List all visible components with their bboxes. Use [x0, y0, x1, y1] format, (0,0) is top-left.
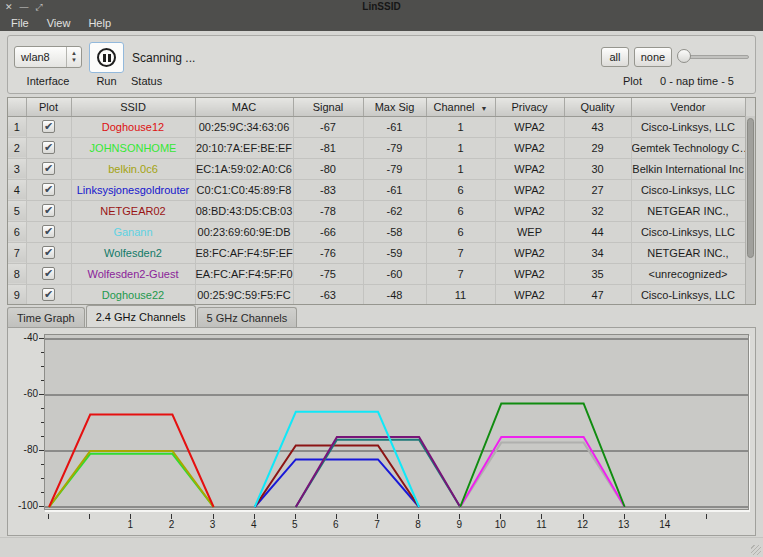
menu-item-file[interactable]: File — [2, 16, 38, 30]
table-row: 1✔Doghouse1200:25:9C:34:63:06-67-611WPA2… — [8, 116, 745, 137]
plot-checkbox[interactable]: ✔ — [42, 120, 55, 133]
plot-checkbox[interactable]: ✔ — [42, 162, 55, 175]
max-sig-cell: -62 — [363, 200, 426, 221]
run-button[interactable] — [89, 42, 124, 73]
max-sig-cell: -60 — [363, 263, 426, 284]
nap-time-slider-track[interactable] — [681, 55, 749, 59]
plot-checkbox-cell: ✔ — [26, 221, 71, 242]
x-axis-label: 3 — [202, 519, 224, 530]
x-axis-label: 14 — [654, 519, 676, 530]
series-netgear02 — [255, 445, 419, 507]
channel-cell: 1 — [426, 137, 495, 158]
row-number: 5 — [8, 200, 26, 221]
row-number: 7 — [8, 242, 26, 263]
y-axis-tick — [39, 450, 44, 451]
sort-descending-icon: ▼ — [481, 105, 488, 112]
signal-cell: -76 — [293, 242, 363, 263]
x-axis-label: 5 — [284, 519, 306, 530]
x-axis-label: 10 — [489, 519, 511, 530]
quality-cell: 47 — [564, 284, 631, 305]
y-axis-minor-tick — [41, 408, 44, 409]
plot-checkbox-cell: ✔ — [26, 200, 71, 221]
tab-2-4-ghz-channels[interactable]: 2.4 GHz Channels — [86, 305, 196, 327]
plot-checkbox[interactable]: ✔ — [42, 267, 55, 280]
table-scrollbar[interactable] — [745, 116, 755, 304]
y-axis-minor-tick — [41, 478, 44, 479]
table-scrollbar-thumb[interactable] — [747, 118, 754, 258]
privacy-cell: WPA2 — [495, 179, 564, 200]
interface-select-value: wlan8 — [21, 51, 50, 63]
privacy-cell: WPA2 — [495, 158, 564, 179]
max-sig-cell: -61 — [363, 116, 426, 137]
titlebar: ✕—⤢ LinSSID — [0, 0, 763, 14]
table-row: 7✔Wolfesden2E8:FC:AF:F4:5F:EF-76-597WPA2… — [8, 242, 745, 263]
tab-5-ghz-channels[interactable]: 5 GHz Channels — [197, 307, 298, 327]
nap-time-slider-handle[interactable] — [677, 49, 691, 63]
plot-checkbox-cell: ✔ — [26, 116, 71, 137]
quality-cell: 27 — [564, 179, 631, 200]
ssid-cell: Doghouse22 — [71, 284, 195, 305]
column-header-ssid[interactable]: SSID — [71, 98, 195, 116]
channel-cell: 6 — [426, 221, 495, 242]
y-axis-label: -60 — [8, 388, 38, 400]
resize-grip-icon[interactable] — [751, 545, 761, 555]
plot-label: Plot — [623, 75, 642, 87]
spinner-arrows-icon[interactable]: ▲▼ — [66, 47, 81, 67]
vendor-cell: Belkin International Inc — [631, 158, 745, 179]
plot-none-button[interactable]: none — [634, 47, 672, 67]
max-sig-cell: -61 — [363, 179, 426, 200]
menu-item-view[interactable]: View — [38, 16, 80, 30]
column-header-mac[interactable]: MAC — [195, 98, 293, 116]
column-header-vendor[interactable]: Vendor — [631, 98, 745, 116]
plot-checkbox[interactable]: ✔ — [42, 288, 55, 301]
interface-select[interactable]: wlan8 ▲▼ — [14, 46, 82, 68]
plot-checkbox[interactable]: ✔ — [42, 225, 55, 238]
ssid-cell: Doghouse12 — [71, 116, 195, 137]
series-johnsonhome — [49, 454, 214, 507]
menu-item-help[interactable]: Help — [79, 16, 120, 30]
plot-all-button[interactable]: all — [601, 47, 629, 67]
plot-checkbox[interactable]: ✔ — [42, 141, 55, 154]
ssid-cell: Wolfesden2 — [71, 242, 195, 263]
ssid-cell: Ganann — [71, 221, 195, 242]
x-axis-label: 1 — [119, 519, 141, 530]
table-row: 8✔Wolfesden2-GuestEA:FC:AF:F4:5F:F0-75-6… — [8, 263, 745, 284]
channel-cell: 11 — [426, 284, 495, 305]
row-number: 1 — [8, 116, 26, 137]
y-axis-minor-tick — [41, 352, 44, 353]
status-label: Status — [131, 75, 162, 87]
channel-cell: 6 — [426, 179, 495, 200]
y-axis-label: -40 — [8, 332, 38, 344]
column-header-channel[interactable]: Channel▼ — [426, 98, 495, 116]
column-header-privacy[interactable]: Privacy — [495, 98, 564, 116]
plot-checkbox-cell: ✔ — [26, 263, 71, 284]
ssid-cell: JOHNSONHOME — [71, 137, 195, 158]
mac-cell: EC:1A:59:02:A0:C6 — [195, 158, 293, 179]
column-header-signal[interactable]: Signal — [293, 98, 363, 116]
column-header-max-sig[interactable]: Max Sig — [363, 98, 426, 116]
max-sig-cell: -58 — [363, 221, 426, 242]
plot-checkbox-cell: ✔ — [26, 158, 71, 179]
network-table-frame: PlotSSIDMACSignalMax SigChannel▼PrivacyQ… — [7, 97, 756, 305]
plot-checkbox[interactable]: ✔ — [42, 204, 55, 217]
table-row: 6✔Ganann00:23:69:60:9E:DB-66-586WEP44Cis… — [8, 221, 745, 242]
channel-cell: 7 — [426, 242, 495, 263]
channel-cell: 7 — [426, 263, 495, 284]
y-axis-label: -100 — [8, 500, 38, 512]
plot-checkbox[interactable]: ✔ — [42, 246, 55, 259]
x-axis-tick — [89, 514, 90, 519]
x-axis-label: 11 — [530, 519, 552, 530]
column-header-plot[interactable]: Plot — [26, 98, 71, 116]
y-axis-tick — [39, 394, 44, 395]
plot-checkbox[interactable]: ✔ — [42, 183, 55, 196]
signal-cell: -66 — [293, 221, 363, 242]
row-number: 6 — [8, 221, 26, 242]
ssid-cell: NETGEAR02 — [71, 200, 195, 221]
mac-cell: E8:FC:AF:F4:5F:EF — [195, 242, 293, 263]
column-header-quality[interactable]: Quality — [564, 98, 631, 116]
vendor-cell: NETGEAR INC., — [631, 242, 745, 263]
y-axis-minor-tick — [41, 366, 44, 367]
tab-time-graph[interactable]: Time Graph — [7, 307, 85, 327]
status-value: Scanning ... — [132, 51, 195, 65]
channel-graph-panel: -40-60-80-1001234567891011121314 — [7, 327, 756, 536]
